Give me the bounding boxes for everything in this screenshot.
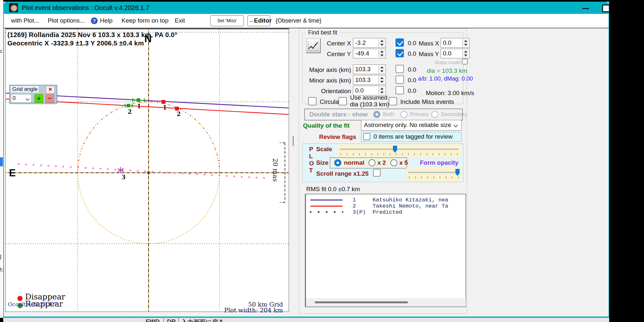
minimize-icon[interactable] <box>582 8 589 9</box>
menu-help[interactable]: Help <box>100 17 112 24</box>
double-stars-group: Double stars - show Both Primary Seconda… <box>304 109 463 121</box>
plot-canvas <box>6 29 288 311</box>
center-y-input[interactable]: -49.4 <box>353 49 386 58</box>
menu-plot-options[interactable]: Plot options... <box>48 17 85 24</box>
spinner-arrows-icon[interactable] <box>462 50 469 57</box>
size-normal-label: normal <box>344 159 364 166</box>
background-fragment: 入力画面に戻る <box>181 318 224 322</box>
review-flags-value: 0 items are tagged for review <box>374 133 453 140</box>
grid-angle-plus-button[interactable]: + <box>34 94 43 103</box>
grid-lines <box>6 29 288 311</box>
mass-y-value: 0.0 <box>443 50 451 57</box>
menu-keep-on-top[interactable]: Keep form on top <box>122 17 169 24</box>
spinner-arrows-icon[interactable] <box>378 65 385 73</box>
plot-letter-l: L <box>309 153 313 160</box>
maximize-icon[interactable] <box>602 5 610 12</box>
use-assumed-label-1: Use assumed <box>350 94 387 101</box>
opacity-slider-thumb[interactable] <box>455 169 460 176</box>
mass-y-input[interactable]: 0.0 <box>441 49 470 58</box>
observer-row[interactable]: 2 Takeshi Nemoto, near Ta <box>306 203 465 209</box>
major-axis-fix-label: 0.0 <box>408 66 416 73</box>
opacity-slider-ticks <box>409 176 459 179</box>
scale-slider-track[interactable] <box>340 149 459 150</box>
shape-model-checkbox[interactable] <box>462 59 468 64</box>
double-stars-primary-label: Primary <box>410 111 429 118</box>
use-assumed-checkbox[interactable] <box>338 97 347 105</box>
review-flags-label: Review flags <box>319 133 356 141</box>
size-normal-radio[interactable] <box>334 159 341 166</box>
review-flags-checkbox[interactable] <box>363 133 370 140</box>
marker-label-disappear-1: 1 <box>163 104 167 111</box>
double-stars-label: Double stars - show <box>309 111 368 118</box>
spinner-arrows-icon[interactable] <box>378 50 385 57</box>
background-fragment: FWD <box>146 318 160 322</box>
observer-name: Katsuhiko Kitazaki, nea <box>373 197 448 203</box>
plot-width-note: Plot width: 204 km <box>202 307 283 314</box>
opacity-slider-track[interactable] <box>408 172 459 173</box>
scale-slider-zone <box>337 144 462 157</box>
center-x-fix-checkbox[interactable] <box>395 38 404 47</box>
menu-with-plot[interactable]: with Plot... <box>11 17 39 24</box>
set-miss-times-button[interactable]: Set 'Miss' Times <box>210 15 244 26</box>
background-fragment: DR <box>167 318 176 322</box>
review-flags-box: 0 items are tagged for review <box>361 132 462 142</box>
grid-angle-minus-button[interactable]: − <box>45 94 54 103</box>
spinner-arrows-icon[interactable] <box>378 87 385 94</box>
observers-list[interactable]: 1 Katsuhiko Kitazaki, nea 2 Takeshi Nemo… <box>305 194 466 307</box>
quality-dropdown[interactable]: Astrometry only. No reliable size <box>361 120 462 131</box>
observer-num: 1 <box>353 197 356 203</box>
size-x5-radio[interactable] <box>390 159 397 166</box>
minor-axis-fix-label: 0.0 <box>408 77 416 84</box>
observer-num: 2 <box>353 203 356 209</box>
mass-x-input[interactable]: 0.0 <box>441 38 470 48</box>
scale-slider-thumb[interactable] <box>393 146 397 153</box>
chord-1-legend-line <box>310 200 343 200</box>
east-label: E <box>9 167 16 179</box>
circular-checkbox[interactable] <box>308 97 317 105</box>
desktop-fragment: c <box>0 48 3 54</box>
center-x-input[interactable]: -3.2 <box>353 38 386 48</box>
center-y-fix-checkbox[interactable] <box>395 49 404 57</box>
spinner-arrows-icon[interactable] <box>378 76 385 84</box>
observer-row[interactable]: 3(P) Predicted <box>306 209 465 215</box>
menu-exit[interactable]: Exit <box>175 17 185 24</box>
app-icon <box>9 3 18 12</box>
scroll-range-checkbox[interactable] <box>373 169 381 177</box>
size-x2-radio[interactable] <box>368 159 376 166</box>
plot-area[interactable]: (1269) Rollandia 2025 Nov 6 103.3 x 103.… <box>5 28 289 312</box>
horizontal-scrollbar[interactable] <box>306 298 466 307</box>
circular-label: Circular <box>320 98 341 105</box>
splitter-handle[interactable] <box>293 136 294 146</box>
spinner-arrows-icon[interactable] <box>378 39 385 47</box>
include-miss-checkbox[interactable] <box>389 97 397 105</box>
major-axis-value: 103.3 <box>355 66 371 73</box>
title-bar[interactable]: Plot event observations : Occult v.4.202… <box>4 2 609 14</box>
close-icon[interactable]: ✕ <box>46 86 54 93</box>
orientation-fix-checkbox[interactable] <box>395 86 404 94</box>
help-icon[interactable]: ? <box>91 17 98 24</box>
scrollbar-thumb[interactable] <box>315 301 408 303</box>
predicted-legend-dots <box>310 211 343 213</box>
major-axis-input[interactable]: 103.3 <box>353 64 386 74</box>
dia-readout: dia = 103.3 km <box>427 67 467 74</box>
plot-controls-panel: P L O T Scale Size normal x 2 x 5 <box>302 143 463 182</box>
shape-model-label: Shape model <box>434 60 461 65</box>
observer-row[interactable]: 1 Katsuhiko Kitazaki, nea <box>306 197 465 203</box>
center-x-fix-label: 0.0 <box>408 40 416 47</box>
minor-axis-fix-checkbox[interactable] <box>395 75 404 84</box>
center-cross <box>6 29 288 311</box>
double-stars-both-radio[interactable] <box>373 111 380 118</box>
editor-button[interactable]: →Editor <box>247 15 270 26</box>
minor-axis-input[interactable]: 103.3 <box>353 75 386 85</box>
north-label: N <box>144 33 151 45</box>
spinner-arrows-icon[interactable] <box>462 39 469 47</box>
quality-label: Quality of the fit <box>303 122 350 129</box>
scroll-range-label: Scroll range x1.25 <box>316 170 369 177</box>
major-axis-fix-checkbox[interactable] <box>395 65 404 73</box>
predicted-path-dots <box>19 164 268 178</box>
background-app-strip: FWD DR 入力画面に戻る <box>3 318 609 322</box>
double-stars-both-label: Both <box>383 111 394 118</box>
double-stars-primary-radio[interactable] <box>400 111 407 118</box>
size-radio-group: normal x 2 x 5 <box>330 157 407 169</box>
double-stars-secondary-radio[interactable] <box>431 111 438 118</box>
